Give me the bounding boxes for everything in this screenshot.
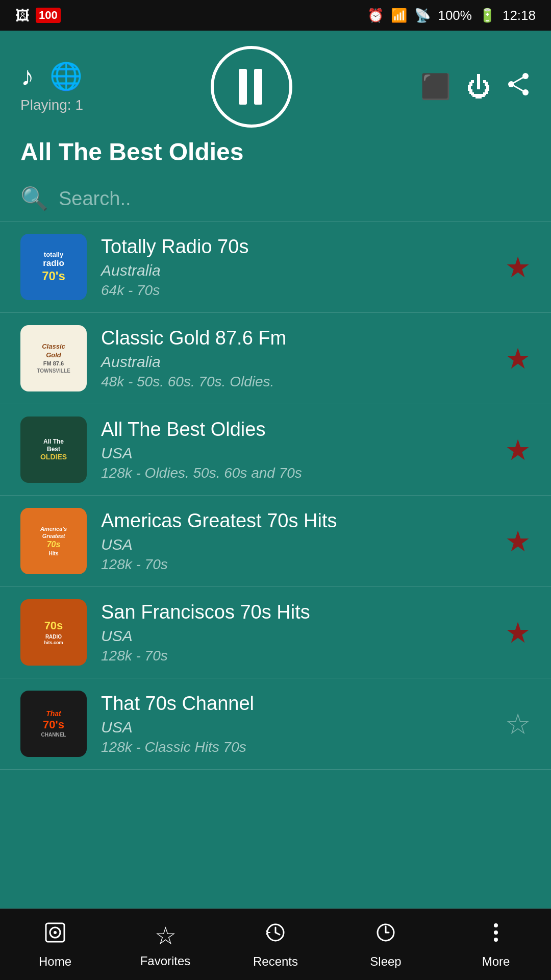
svg-point-12 bbox=[494, 938, 498, 942]
list-item[interactable]: 70s RADIO hits.com San Franciscos 70s Hi… bbox=[0, 587, 551, 678]
station-country: USA bbox=[101, 536, 491, 553]
station-meta: 64k - 70s bbox=[101, 282, 491, 299]
favorite-button[interactable]: ★ bbox=[505, 433, 531, 467]
station-logo: 70s RADIO hits.com bbox=[20, 599, 87, 666]
power-button[interactable]: ⏻ bbox=[466, 73, 491, 101]
home-icon bbox=[43, 920, 67, 950]
station-info: San Franciscos 70s Hits USA 128k - 70s bbox=[101, 601, 491, 664]
station-meta: 48k - 50s. 60s. 70s. Oldies. bbox=[101, 374, 491, 390]
list-item[interactable]: That 70's CHANNEL That 70s Channel USA 1… bbox=[0, 678, 551, 770]
favorite-button[interactable]: ★ bbox=[505, 525, 531, 558]
svg-point-10 bbox=[494, 923, 498, 927]
station-info: Totally Radio 70s Australia 64k - 70s bbox=[101, 236, 491, 299]
app-icon: 100 bbox=[36, 8, 61, 23]
time-label: 12:18 bbox=[503, 8, 536, 23]
nav-item-favorites[interactable]: ☆ Favorites bbox=[110, 921, 220, 968]
station-meta: 128k - 70s bbox=[101, 556, 491, 573]
current-station-title: All The Best Oldies bbox=[20, 138, 531, 166]
pause-button[interactable] bbox=[211, 46, 292, 128]
list-item[interactable]: America's Greatest 70s Hits Americas Gre… bbox=[0, 496, 551, 587]
alarm-icon: ⏰ bbox=[367, 8, 384, 23]
list-item[interactable]: totally radio 70's Totally Radio 70s Aus… bbox=[0, 222, 551, 313]
globe-icon[interactable]: 🌐 bbox=[49, 61, 83, 92]
svg-point-7 bbox=[54, 931, 57, 934]
nav-item-recents[interactable]: Recents bbox=[220, 920, 331, 969]
pause-icon bbox=[239, 69, 264, 105]
search-icon: 🔍 bbox=[20, 185, 48, 212]
station-country: USA bbox=[101, 627, 491, 645]
favorite-button[interactable]: ☆ bbox=[505, 707, 531, 741]
station-name: Classic Gold 87.6 Fm bbox=[101, 327, 491, 349]
status-left: 🖼 100 bbox=[15, 7, 61, 24]
station-meta: 128k - Oldies. 50s. 60s and 70s bbox=[101, 465, 491, 481]
favorites-icon: ☆ bbox=[155, 921, 177, 950]
player-header: ♪ 🌐 Playing: 1 ⬛ ⏻ bbox=[0, 31, 551, 176]
player-left-icons: ♪ 🌐 Playing: 1 bbox=[20, 61, 83, 113]
station-country: USA bbox=[101, 719, 491, 736]
sleep-icon bbox=[373, 920, 398, 950]
player-controls-row: ♪ 🌐 Playing: 1 ⬛ ⏻ bbox=[20, 46, 531, 128]
nav-item-more[interactable]: More bbox=[441, 920, 551, 969]
favorite-button[interactable]: ★ bbox=[505, 616, 531, 649]
station-country: USA bbox=[101, 445, 491, 462]
nav-label-sleep: Sleep bbox=[370, 954, 401, 969]
nav-label-recents: Recents bbox=[253, 954, 298, 969]
music-icon[interactable]: ♪ bbox=[21, 61, 34, 92]
nav-item-home[interactable]: Home bbox=[0, 920, 110, 969]
station-name: Americas Greatest 70s Hits bbox=[101, 510, 491, 532]
station-logo: That 70's CHANNEL bbox=[20, 691, 87, 757]
nav-label-more: More bbox=[482, 954, 510, 969]
share-button[interactable] bbox=[506, 72, 531, 102]
battery-icon: 🔋 bbox=[479, 8, 495, 23]
station-info: Americas Greatest 70s Hits USA 128k - 70… bbox=[101, 510, 491, 573]
station-info: All The Best Oldies USA 128k - Oldies. 5… bbox=[101, 419, 491, 481]
station-info: That 70s Channel USA 128k - Classic Hits… bbox=[101, 693, 491, 755]
station-name: That 70s Channel bbox=[101, 693, 491, 715]
player-right-icons: ⬛ ⏻ bbox=[420, 72, 531, 102]
svg-line-4 bbox=[511, 84, 525, 92]
bottom-nav: Home ☆ Favorites Recents Sleep bbox=[0, 909, 551, 980]
list-item[interactable]: All The Best OLDIES All The Best Oldies … bbox=[0, 404, 551, 496]
battery-label: 100% bbox=[438, 8, 472, 23]
photo-icon: 🖼 bbox=[15, 7, 30, 24]
nav-item-sleep[interactable]: Sleep bbox=[331, 920, 441, 969]
station-name: Totally Radio 70s bbox=[101, 236, 491, 258]
station-country: Australia bbox=[101, 353, 491, 371]
status-right: ⏰ 📶 📡 100% 🔋 12:18 bbox=[367, 8, 536, 23]
station-logo: totally radio 70's bbox=[20, 234, 87, 300]
station-name: San Franciscos 70s Hits bbox=[101, 601, 491, 623]
nav-label-home: Home bbox=[39, 954, 71, 969]
wifi-icon: 📶 bbox=[391, 8, 407, 23]
favorite-button[interactable]: ★ bbox=[505, 251, 531, 284]
svg-point-11 bbox=[494, 930, 498, 935]
more-icon bbox=[484, 920, 508, 950]
station-logo: America's Greatest 70s Hits bbox=[20, 508, 87, 574]
status-bar: 🖼 100 ⏰ 📶 📡 100% 🔋 12:18 bbox=[0, 0, 551, 31]
station-list: totally radio 70's Totally Radio 70s Aus… bbox=[0, 222, 551, 890]
station-country: Australia bbox=[101, 262, 491, 279]
station-logo: All The Best OLDIES bbox=[20, 416, 87, 483]
station-name: All The Best Oldies bbox=[101, 419, 491, 440]
playing-label: Playing: 1 bbox=[20, 97, 83, 113]
station-meta: 128k - Classic Hits 70s bbox=[101, 739, 491, 755]
search-bar: 🔍 bbox=[0, 176, 551, 222]
station-info: Classic Gold 87.6 Fm Australia 48k - 50s… bbox=[101, 327, 491, 390]
search-input[interactable] bbox=[59, 188, 531, 210]
favorite-button[interactable]: ★ bbox=[505, 342, 531, 375]
list-item[interactable]: Classic Gold FM 87.6 TOWNSVILLE Classic … bbox=[0, 313, 551, 404]
recents-icon bbox=[263, 920, 288, 950]
station-meta: 128k - 70s bbox=[101, 648, 491, 664]
nav-label-favorites: Favorites bbox=[140, 954, 191, 968]
svg-line-3 bbox=[511, 76, 525, 84]
stop-button[interactable]: ⬛ bbox=[420, 72, 451, 101]
signal-icon: 📡 bbox=[414, 8, 431, 23]
station-logo: Classic Gold FM 87.6 TOWNSVILLE bbox=[20, 325, 87, 391]
